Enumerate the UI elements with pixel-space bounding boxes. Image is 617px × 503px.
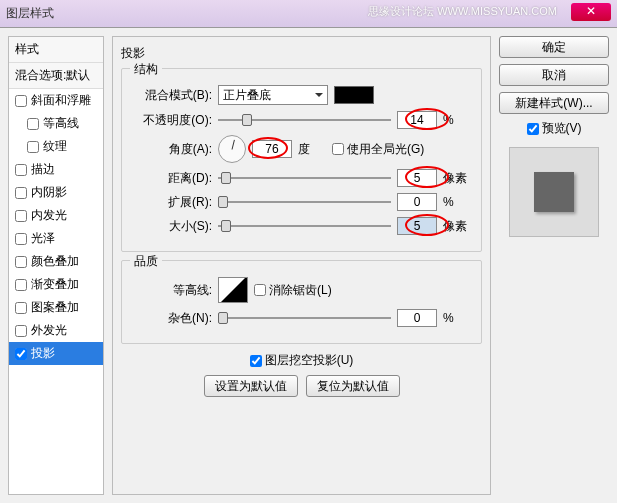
default-buttons: 设置为默认值 复位为默认值	[121, 375, 482, 397]
size-input[interactable]: 5	[397, 217, 437, 235]
distance-label: 距离(D):	[132, 170, 212, 187]
angle-dial[interactable]	[218, 135, 246, 163]
angle-unit: 度	[298, 141, 326, 158]
structure-group-title: 结构	[130, 61, 162, 78]
style-item-label: 投影	[31, 345, 55, 362]
style-item-描边[interactable]: 描边	[9, 158, 103, 181]
styles-header: 样式	[9, 37, 103, 63]
style-item-斜面和浮雕[interactable]: 斜面和浮雕	[9, 89, 103, 112]
knockout-label: 图层挖空投影(U)	[265, 352, 354, 369]
style-item-纹理[interactable]: 纹理	[9, 135, 103, 158]
global-light-checkbox[interactable]: 使用全局光(G)	[332, 141, 424, 158]
opacity-input[interactable]: 14	[397, 111, 437, 129]
style-list: 斜面和浮雕等高线纹理描边内阴影内发光光泽颜色叠加渐变叠加图案叠加外发光投影	[9, 89, 103, 365]
blendmode-combo[interactable]: 正片叠底	[218, 85, 328, 105]
style-item-label: 描边	[31, 161, 55, 178]
dialog-body: 样式 混合选项:默认 斜面和浮雕等高线纹理描边内阴影内发光光泽颜色叠加渐变叠加图…	[0, 28, 617, 503]
style-item-label: 颜色叠加	[31, 253, 79, 270]
row-noise: 杂色(N): 0 %	[132, 309, 471, 327]
style-item-label: 渐变叠加	[31, 276, 79, 293]
opacity-unit: %	[443, 113, 471, 127]
style-item-投影[interactable]: 投影	[9, 342, 103, 365]
style-item-checkbox[interactable]	[15, 256, 27, 268]
blend-defaults[interactable]: 混合选项:默认	[9, 63, 103, 89]
blendmode-label: 混合模式(B):	[132, 87, 212, 104]
style-item-label: 图案叠加	[31, 299, 79, 316]
ok-button[interactable]: 确定	[499, 36, 609, 58]
make-default-button[interactable]: 设置为默认值	[204, 375, 298, 397]
blendmode-value: 正片叠底	[223, 87, 271, 104]
style-item-等高线[interactable]: 等高线	[9, 112, 103, 135]
distance-slider[interactable]	[218, 170, 391, 186]
angle-label: 角度(A):	[132, 141, 212, 158]
spread-input[interactable]: 0	[397, 193, 437, 211]
close-button[interactable]: ✕	[571, 3, 611, 21]
shadow-color-swatch[interactable]	[334, 86, 374, 104]
style-item-checkbox[interactable]	[15, 187, 27, 199]
opacity-label: 不透明度(O):	[132, 112, 212, 129]
row-knockout: 图层挖空投影(U)	[121, 352, 482, 369]
style-item-checkbox[interactable]	[15, 164, 27, 176]
settings-panel: 投影 结构 混合模式(B): 正片叠底 不透明度(O): 14 % 角度(A):…	[112, 36, 491, 495]
preview-checkbox[interactable]: 预览(V)	[527, 120, 582, 137]
style-item-label: 等高线	[43, 115, 79, 132]
style-item-label: 外发光	[31, 322, 67, 339]
row-distance: 距离(D): 5 像素	[132, 169, 471, 187]
style-item-label: 内发光	[31, 207, 67, 224]
style-item-checkbox[interactable]	[15, 325, 27, 337]
reset-default-button[interactable]: 复位为默认值	[306, 375, 400, 397]
angle-input[interactable]: 76	[252, 140, 292, 158]
style-item-checkbox[interactable]	[15, 233, 27, 245]
style-item-颜色叠加[interactable]: 颜色叠加	[9, 250, 103, 273]
style-item-checkbox[interactable]	[27, 118, 39, 130]
style-item-label: 纹理	[43, 138, 67, 155]
distance-input[interactable]: 5	[397, 169, 437, 187]
row-contour: 等高线: 消除锯齿(L)	[132, 277, 471, 303]
style-item-外发光[interactable]: 外发光	[9, 319, 103, 342]
global-light-label: 使用全局光(G)	[347, 141, 424, 158]
style-item-label: 光泽	[31, 230, 55, 247]
style-item-图案叠加[interactable]: 图案叠加	[9, 296, 103, 319]
spread-slider[interactable]	[218, 194, 391, 210]
style-item-label: 内阴影	[31, 184, 67, 201]
window-title: 图层样式	[6, 5, 54, 22]
opacity-slider[interactable]	[218, 112, 391, 128]
spread-unit: %	[443, 195, 471, 209]
style-item-checkbox[interactable]	[15, 279, 27, 291]
style-item-checkbox[interactable]	[15, 302, 27, 314]
preview-box	[509, 147, 599, 237]
titlebar: 图层样式 思缘设计论坛 WWW.MISSYUAN.COM ✕	[0, 0, 617, 28]
size-unit: 像素	[443, 218, 471, 235]
style-item-checkbox[interactable]	[15, 95, 27, 107]
style-item-checkbox[interactable]	[15, 210, 27, 222]
spread-label: 扩展(R):	[132, 194, 212, 211]
cancel-button[interactable]: 取消	[499, 64, 609, 86]
style-item-内阴影[interactable]: 内阴影	[9, 181, 103, 204]
quality-group: 品质 等高线: 消除锯齿(L) 杂色(N): 0 %	[121, 260, 482, 344]
style-item-checkbox[interactable]	[15, 348, 27, 360]
contour-picker[interactable]	[218, 277, 248, 303]
size-slider[interactable]	[218, 218, 391, 234]
row-spread: 扩展(R): 0 %	[132, 193, 471, 211]
preview-swatch	[534, 172, 574, 212]
new-style-button[interactable]: 新建样式(W)...	[499, 92, 609, 114]
structure-group: 结构 混合模式(B): 正片叠底 不透明度(O): 14 % 角度(A): 76…	[121, 68, 482, 252]
antialias-checkbox[interactable]: 消除锯齿(L)	[254, 282, 332, 299]
style-item-label: 斜面和浮雕	[31, 92, 91, 109]
style-item-光泽[interactable]: 光泽	[9, 227, 103, 250]
noise-input[interactable]: 0	[397, 309, 437, 327]
contour-label: 等高线:	[132, 282, 212, 299]
right-panel: 确定 取消 新建样式(W)... 预览(V)	[499, 36, 609, 495]
antialias-label: 消除锯齿(L)	[269, 282, 332, 299]
styles-panel: 样式 混合选项:默认 斜面和浮雕等高线纹理描边内阴影内发光光泽颜色叠加渐变叠加图…	[8, 36, 104, 495]
noise-unit: %	[443, 311, 471, 325]
watermark: 思缘设计论坛 WWW.MISSYUAN.COM	[368, 4, 557, 19]
noise-slider[interactable]	[218, 310, 391, 326]
style-item-checkbox[interactable]	[27, 141, 39, 153]
distance-unit: 像素	[443, 170, 471, 187]
knockout-checkbox[interactable]: 图层挖空投影(U)	[250, 352, 354, 369]
section-title: 投影	[121, 45, 482, 62]
row-opacity: 不透明度(O): 14 %	[132, 111, 471, 129]
style-item-内发光[interactable]: 内发光	[9, 204, 103, 227]
style-item-渐变叠加[interactable]: 渐变叠加	[9, 273, 103, 296]
